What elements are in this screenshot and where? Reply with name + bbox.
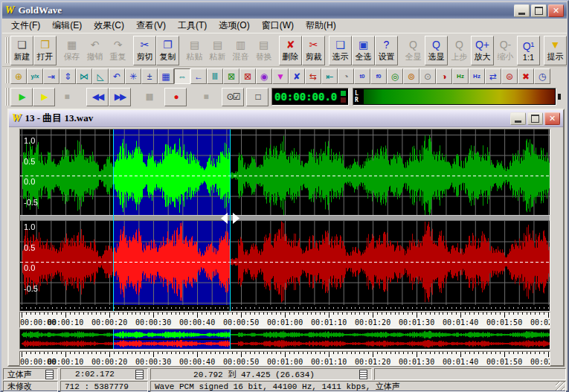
transport-bar: ▶▶■◀◀▶▶▮▮●■⊙☑□ 00:00:00.0 L R [2, 86, 567, 108]
effect-icon-26[interactable]: ⊙ [419, 68, 436, 84]
copy-icon: ❐ [163, 38, 173, 51]
status-panel-channel-mode[interactable]: 立体声 [3, 368, 58, 380]
record-button[interactable]: ● [164, 88, 187, 106]
effect-icon-24[interactable]: ◎ [387, 68, 403, 84]
effect-icon-4[interactable]: ⇕ [60, 68, 76, 84]
toolbar-button-show-selection[interactable]: Q选显 [425, 36, 448, 65]
effect-icon-19[interactable]: ⇆ [305, 68, 321, 84]
effect-icon-3[interactable]: ⇥ [43, 68, 60, 84]
panel-menu-icon[interactable] [359, 370, 367, 379]
time-tick-label: 00:01:10 [311, 318, 347, 327]
menu-item-edit[interactable]: 编辑(E) [46, 18, 88, 33]
play-led [341, 91, 346, 96]
effect-icon-7[interactable]: ↶ [109, 68, 125, 84]
toolbar-button-new-file[interactable]: ❏新建 [10, 36, 33, 65]
toolbar-button-cut[interactable]: ✂剪切 [133, 36, 156, 65]
hints-icon: ▼ [550, 38, 561, 51]
status-text-selection-range: 20.792 到 47.425 (26.634) [193, 369, 321, 380]
toolbar-button-hints[interactable]: ▼提示 [544, 36, 567, 65]
status-panel-total-length[interactable]: 2:02.172 [60, 368, 148, 380]
close-icon[interactable]: ✕ [548, 4, 564, 17]
play-selection-icon: ▶ [41, 91, 46, 102]
menu-item-view[interactable]: 查看(V) [130, 18, 172, 33]
toolbar-button-select-all[interactable]: ▣全选 [352, 36, 375, 65]
effect-icon-22[interactable]: t0 [354, 68, 370, 84]
toolbar-button-save: ▦保存 [60, 36, 83, 65]
menu-item-help[interactable]: 帮助(H) [300, 18, 342, 33]
maximize-icon[interactable] [531, 4, 547, 17]
toolbar-button-copy[interactable]: ❐复制 [156, 36, 179, 65]
fast-forward-button[interactable]: ▶▶ [109, 88, 131, 106]
effect-icon-17[interactable]: ▼ [272, 68, 289, 84]
menu-item-file[interactable]: 文件(F) [5, 18, 46, 33]
effect-icon-5[interactable]: ⋈ [76, 68, 92, 84]
effect-icon-23[interactable]: f0 [370, 68, 387, 84]
zoom-in-icon: Q+ [475, 38, 489, 51]
menu-item-options[interactable]: 选项(O) [213, 18, 255, 33]
toolbar-button-trim[interactable]: ✂剪裁 [302, 36, 325, 65]
effect-icon-16[interactable]: ◉ [256, 68, 272, 84]
overview-time-axis[interactable]: 00:00:0000:00:1000:00:2000:00:3000:00:40… [19, 351, 550, 366]
editor-close-icon[interactable]: ✕ [544, 112, 560, 125]
effect-icon-9[interactable]: ± [141, 68, 158, 84]
monitor-toggle-button[interactable]: □ [246, 88, 269, 106]
effect-icon-31[interactable]: ⊜ [501, 68, 518, 84]
resize-grip[interactable] [556, 382, 565, 391]
toolbar-button-label: 保存 [64, 51, 80, 62]
editor-maximize-icon[interactable] [527, 112, 543, 125]
panel-menu-icon[interactable] [135, 370, 144, 379]
toolbar-button-open-file[interactable]: ❒打开 [33, 36, 57, 65]
new-file-icon: ❏ [17, 38, 27, 51]
menu-item-window[interactable]: 窗口(W) [256, 18, 300, 33]
effect-icon-18[interactable]: ✘ [289, 68, 305, 84]
toolbar-button-delete[interactable]: ✘删除 [279, 36, 302, 65]
effect-icon-6[interactable]: ◺ [92, 68, 109, 84]
toolbar-button-zoom-1-1[interactable]: Q¹1:1 [517, 36, 540, 65]
time-tick-label: 00:00:50 [223, 318, 259, 327]
time-tick-label: 00:00:40 [179, 318, 215, 327]
record-mode-button[interactable]: ⊙☑ [222, 88, 244, 106]
effect-icon-27[interactable]: ◑ [436, 68, 452, 84]
effect-icon-8[interactable]: ✳ [125, 68, 141, 84]
minimize-icon[interactable] [514, 4, 530, 17]
effect-icon-14[interactable]: ⊠ [223, 68, 240, 84]
effect-icon-1[interactable]: ⊕ [10, 68, 27, 84]
editor-minimize-icon[interactable] [510, 112, 526, 125]
app-icon: W [5, 4, 14, 16]
toolbar-button-label: 打开 [37, 51, 54, 62]
select-view-icon: ❑ [335, 38, 345, 51]
effect-icon-21[interactable]: ◔ [338, 68, 354, 84]
effect-icon-30[interactable]: ⇄ [485, 68, 501, 84]
effect-icon-15[interactable]: ⊠ [240, 68, 256, 84]
panel-menu-icon[interactable] [45, 370, 54, 379]
waveform-display[interactable] [19, 129, 550, 312]
rewind-button[interactable]: ◀◀ [86, 88, 109, 106]
toolbar-button-select-view[interactable]: ❑选示 [329, 36, 352, 65]
effect-icon-32[interactable]: ✖ [518, 68, 534, 84]
menu-item-tools[interactable]: 工具(T) [172, 18, 213, 33]
effect-icon-20[interactable]: ⇤ [321, 68, 338, 84]
status-panel-selection-range[interactable]: 20.792 到 47.425 (26.634) [150, 368, 372, 380]
menu-item-effects[interactable]: 效果(C) [88, 18, 130, 33]
toolbar-button-zoom-in[interactable]: Q+放大 [471, 36, 494, 65]
effect-icon-11[interactable]: ⇔ [174, 68, 190, 84]
effect-icon-12[interactable]: ← [190, 68, 207, 84]
effect-icon-29[interactable]: Hz [469, 68, 485, 84]
time-tick-label: 00:01:40 [443, 318, 478, 327]
effect-icon-2[interactable]: y/x [27, 68, 43, 84]
replace-icon: ▤ [259, 38, 269, 51]
effect-icon-25[interactable]: ⊚ [403, 68, 419, 84]
play-button[interactable]: ▶ [10, 88, 33, 106]
overview-strip[interactable] [19, 329, 550, 350]
effect-icon-13[interactable]: Ⅲ [207, 68, 223, 84]
toolbar-button-replace: ▤替换 [252, 36, 275, 65]
effect-icon-28[interactable]: Hz [452, 68, 469, 84]
meter-gradient-bar [364, 89, 555, 104]
open-file-icon: ❒ [40, 38, 50, 51]
main-time-axis[interactable]: 00:00:0000:00:1000:00:2000:00:3000:00:40… [19, 312, 550, 328]
effect-icon-10[interactable]: ▦ [158, 68, 174, 84]
effect-icon-33[interactable]: ◷ [534, 68, 550, 84]
status-panel-zoom-ratio: 712 : 5387779 [60, 381, 148, 392]
toolbar-button-settings[interactable]: ?设置 [375, 36, 398, 65]
play-selection-button[interactable]: ▶ [33, 88, 55, 106]
